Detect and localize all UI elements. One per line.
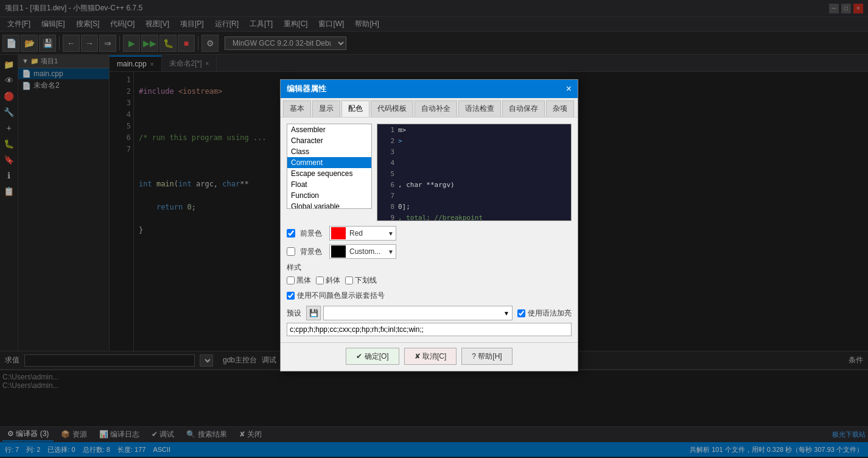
editor-properties-dialog: 编辑器属性 × 基本 显示 配色 代码模板 自动补全 语法检查 自动保存 杂项 … [280,79,578,372]
syntax-item-escape[interactable]: Escape sequences [287,168,371,179]
dtab-autosave[interactable]: 自动保存 [502,100,545,117]
preview-line-4: 4 [377,157,571,168]
fg-color-name: Red [347,229,386,238]
style-title: 样式 [287,262,572,273]
syntax-list-container: Assembler Character Class Comment Escape… [287,124,372,221]
syntax-list[interactable]: Assembler Character Class Comment Escape… [287,124,372,209]
bg-color-swatch [331,245,346,258]
dialog-buttons: ✔ 确定[O] ✘ 取消[C] ? 帮助[H] [281,342,578,371]
syntax-item-character[interactable]: Character [287,135,371,146]
style-section: 样式 黑体 斜体 下划线 [287,262,572,286]
dialog-close-button[interactable]: × [566,84,572,94]
bg-color-label: 背景色 [300,247,324,257]
preview-line-6: 6 , char **argv) [377,179,571,190]
preview-line-7: 7 [377,190,571,201]
preview-line-8: 8 0]; [377,201,571,212]
style-row: 黑体 斜体 下划线 [287,275,572,286]
ok-button[interactable]: ✔ 确定[O] [346,348,399,365]
syntax-item-assembler[interactable]: Assembler [287,124,371,135]
dialog-title: 编辑器属性 [287,83,326,94]
underline-label: 下划线 [345,275,377,286]
cancel-button[interactable]: ✘ 取消[C] [404,348,457,365]
syntax-item-globalvar[interactable]: Global variable [287,201,371,209]
help-button[interactable]: ? 帮助[H] [461,348,512,365]
dtab-autocomplete[interactable]: 自动补全 [415,100,457,117]
fg-color-swatch [331,227,346,239]
bold-checkbox[interactable] [287,277,295,284]
dialog-title-bar: 编辑器属性 × [281,80,578,98]
preset-dropdown[interactable]: ▼ [323,306,513,320]
fg-color-arrow: ▼ [386,230,396,237]
bg-color-row: 背景色 Custom... ▼ [287,244,572,259]
italic-label: 斜体 [316,275,340,286]
preview-area: 1 m> 2 > 3 4 5 [377,124,572,221]
bold-label: 黑体 [287,275,311,286]
preview-line-1: 1 m> [377,124,571,135]
dialog-overlay: 编辑器属性 × 基本 显示 配色 代码模板 自动补全 语法检查 自动保存 杂项 … [0,0,868,458]
syntax-highlight-label: 使用语法加亮 [528,308,572,319]
syntax-ext-input[interactable] [287,323,572,336]
bg-color-name: Custom... [347,247,386,256]
syntax-highlight-checkbox[interactable] [517,309,525,317]
dialog-main: Assembler Character Class Comment Escape… [287,124,572,221]
syntax-item-class[interactable]: Class [287,146,371,157]
fg-color-dropdown[interactable]: Red ▼ [329,226,396,241]
preset-dropdown-arrow: ▼ [503,310,509,317]
fg-color-checkbox[interactable] [287,229,295,238]
dtab-basic[interactable]: 基本 [283,100,311,117]
syntax-item-comment[interactable]: Comment [287,157,371,168]
dtab-color[interactable]: 配色 [341,100,369,117]
dtab-syntax[interactable]: 语法检查 [458,100,501,117]
dtab-template[interactable]: 代码模板 [371,100,413,117]
syntax-highlight-row: 使用语法加亮 [517,308,572,319]
syntax-ext-row [287,323,572,336]
bg-color-checkbox[interactable] [287,247,295,256]
color-section: 前景色 Red ▼ 背景色 Custom... ▼ [287,226,572,259]
preset-controls: 💾 ▼ [306,306,513,320]
preset-save-icon[interactable]: 💾 [306,306,321,320]
underline-checkbox[interactable] [345,277,353,284]
preview-line-9: 9 , total; //breakpoint [377,212,571,221]
fg-color-label: 前景色 [300,228,324,239]
syntax-item-function[interactable]: Function [287,190,371,201]
brackets-check-row: 使用不同颜色显示嵌套括号 [287,291,572,301]
bg-color-dropdown[interactable]: Custom... ▼ [329,244,396,259]
bg-color-arrow: ▼ [386,248,396,255]
dtab-display[interactable]: 显示 [312,100,340,117]
fg-color-row: 前景色 Red ▼ [287,226,572,241]
preset-label: 预设 [287,308,301,319]
dialog-body: Assembler Character Class Comment Escape… [281,118,578,342]
brackets-label: 使用不同颜色显示嵌套括号 [297,291,385,301]
preview-line-2: 2 > [377,135,571,146]
dialog-tabs: 基本 显示 配色 代码模板 自动补全 语法检查 自动保存 杂项 [281,98,578,118]
preview-line-3: 3 [377,146,571,157]
preset-section: 预设 💾 ▼ 使用语法加亮 [287,306,572,320]
italic-checkbox[interactable] [316,277,324,284]
brackets-checkbox[interactable] [287,292,295,300]
preview-line-5: 5 [377,168,571,179]
dtab-misc[interactable]: 杂项 [546,100,574,117]
syntax-item-float[interactable]: Float [287,179,371,190]
